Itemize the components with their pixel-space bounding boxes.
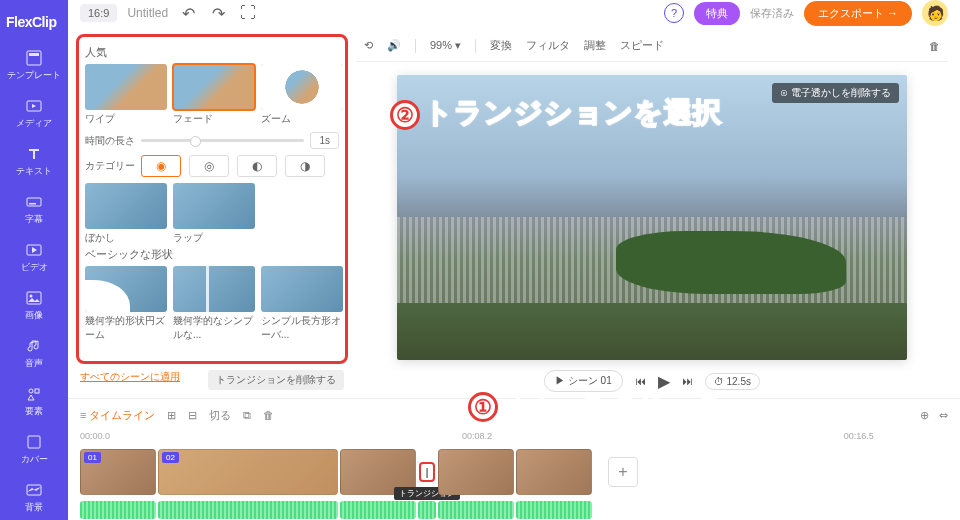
audio-clip[interactable] (340, 501, 416, 519)
split-button[interactable]: ⊟ (188, 409, 197, 422)
transitions-panel: 人気 ワイプ フェード ズーム 時間の長さ 1s カテゴリー ◉ (68, 26, 356, 398)
preview-area: ⟲ 🔊 99% ▾ 変換 フィルタ 調整 スピード 🗑 ⊙ 電子透かしを削除する (356, 26, 960, 398)
transition-geo-simple[interactable]: 幾何学的なシンプルな... (173, 266, 255, 342)
cut-button[interactable]: 切る (209, 408, 231, 423)
svg-rect-9 (35, 389, 39, 393)
duration-label: 時間の長さ (85, 134, 135, 148)
scene-indicator[interactable]: ▶ シーン 01 (544, 370, 623, 392)
prev-button[interactable]: ⏮ (635, 375, 646, 387)
transition-wrap[interactable]: ラップ (173, 183, 255, 245)
section-popular: 人気 (85, 45, 339, 60)
sidebar-item-cover[interactable]: カバー (0, 426, 68, 474)
next-button[interactable]: ⏭ (682, 375, 693, 387)
volume-icon[interactable]: 🔊 (387, 39, 401, 52)
sidebar-item-audio[interactable]: 音声 (0, 330, 68, 378)
svg-rect-11 (27, 485, 41, 495)
sidebar-item-label: 画像 (25, 309, 43, 322)
help-button[interactable]: ? (664, 3, 684, 23)
audio-clip[interactable] (438, 501, 514, 519)
apply-all-link[interactable]: すべてのシーンに適用 (80, 370, 180, 390)
tool-transform[interactable]: 変換 (490, 38, 512, 53)
audio-clip[interactable] (418, 501, 436, 519)
watermark-remove-badge[interactable]: ⊙ 電子透かしを削除する (772, 83, 899, 103)
scene-duration[interactable]: ⏱ 12.5s (705, 373, 760, 390)
clip[interactable] (438, 449, 514, 495)
redo-button[interactable]: ↷ (208, 3, 228, 23)
sidebar-item-subtitle[interactable]: 字幕 (0, 186, 68, 234)
ruler-tick: 00:00.0 (80, 431, 110, 441)
sidebar-item-label: 字幕 (25, 213, 43, 226)
zoom-level[interactable]: 99% ▾ (430, 39, 461, 52)
template-icon (26, 50, 42, 66)
category-button[interactable]: ◐ (237, 155, 277, 177)
audio-clip[interactable] (158, 501, 338, 519)
duration-value[interactable]: 1s (310, 132, 339, 149)
sidebar-item-media[interactable]: メディア (0, 90, 68, 138)
clip[interactable]: 02 (158, 449, 338, 495)
ruler-tick: 00:08.2 (462, 431, 492, 441)
tool-filter[interactable]: フィルタ (526, 38, 570, 53)
duration-slider[interactable] (141, 139, 304, 142)
svg-rect-4 (29, 203, 36, 205)
aspect-ratio-selector[interactable]: 16:9 (80, 4, 117, 22)
transition-rect-over[interactable]: シンプル長方形オーバ... (261, 266, 343, 342)
play-button[interactable]: ▶ (658, 372, 670, 391)
tool-speed[interactable]: スピード (620, 38, 664, 53)
svg-rect-3 (27, 198, 41, 206)
sidebar-item-label: 要素 (25, 405, 43, 418)
sidebar-item-label: テキスト (16, 165, 52, 178)
sidebar-item-image[interactable]: 画像 (0, 282, 68, 330)
sidebar-item-label: 音声 (25, 357, 43, 370)
delete-clip-button[interactable]: 🗑 (263, 409, 274, 421)
transition-blur[interactable]: ぼかし (85, 183, 167, 245)
delete-icon[interactable]: 🗑 (929, 40, 940, 52)
timeline: ≡ タイムライン ⊞ ⊟ 切る ⧉ 🗑 ⊕ ⇔ 00:00.0 00:08.2 … (68, 398, 960, 520)
image-icon (26, 290, 42, 306)
project-title[interactable]: Untitled (127, 6, 168, 20)
audio-icon (26, 338, 42, 354)
zoom-in-button[interactable]: ⊕ (920, 409, 929, 422)
perk-button[interactable]: 特典 (694, 2, 740, 25)
media-icon (26, 98, 42, 114)
audio-clip[interactable] (80, 501, 156, 519)
rotate-icon[interactable]: ⟲ (364, 39, 373, 52)
sidebar-item-video[interactable]: ビデオ (0, 234, 68, 282)
add-track-button[interactable]: ⊞ (167, 409, 176, 422)
clip[interactable]: 01 (80, 449, 156, 495)
tool-adjust[interactable]: 調整 (584, 38, 606, 53)
preview-stage[interactable]: ⊙ 電子透かしを削除する (397, 75, 907, 360)
subtitle-icon (26, 194, 42, 210)
avatar[interactable]: 🧑 (922, 0, 948, 26)
fullscreen-button[interactable]: ⛶ (238, 3, 258, 23)
category-button[interactable]: ◉ (141, 155, 181, 177)
transition-marker[interactable]: | トランジション (418, 449, 436, 495)
export-button[interactable]: エクスポート → (804, 1, 912, 26)
sidebar-item-elements[interactable]: 要素 (0, 378, 68, 426)
clip[interactable] (516, 449, 592, 495)
svg-rect-10 (28, 436, 40, 448)
category-button[interactable]: ◑ (285, 155, 325, 177)
audio-clip[interactable] (516, 501, 592, 519)
fit-button[interactable]: ⇔ (939, 409, 948, 422)
text-icon (26, 146, 42, 162)
timeline-label[interactable]: ≡ タイムライン (80, 408, 155, 423)
remove-transition-button[interactable]: トランジションを削除する (208, 370, 344, 390)
sidebar-item-label: メディア (16, 117, 52, 130)
add-clip-button[interactable]: + (608, 457, 638, 487)
sidebar-item-label: カバー (21, 453, 48, 466)
transition-geo-circle[interactable]: 幾何学的形状円ズーム (85, 266, 167, 342)
svg-rect-1 (29, 53, 39, 56)
sidebar-item-text[interactable]: テキスト (0, 138, 68, 186)
copy-button[interactable]: ⧉ (243, 409, 251, 422)
category-button[interactable]: ◎ (189, 155, 229, 177)
sidebar-item-templates[interactable]: テンプレート (0, 42, 68, 90)
transition-fade[interactable]: フェード (173, 64, 255, 126)
cover-icon (26, 434, 42, 450)
transition-zoom[interactable]: ズーム (261, 64, 343, 126)
sidebar-item-background[interactable]: 背景 (0, 474, 68, 520)
sidebar: FlexClip テンプレート メディア テキスト 字幕 ビデオ 画像 音声 要… (0, 0, 68, 520)
undo-button[interactable]: ↶ (178, 3, 198, 23)
svg-point-8 (29, 389, 33, 393)
transition-wipe[interactable]: ワイプ (85, 64, 167, 126)
app-logo: FlexClip (0, 8, 68, 42)
